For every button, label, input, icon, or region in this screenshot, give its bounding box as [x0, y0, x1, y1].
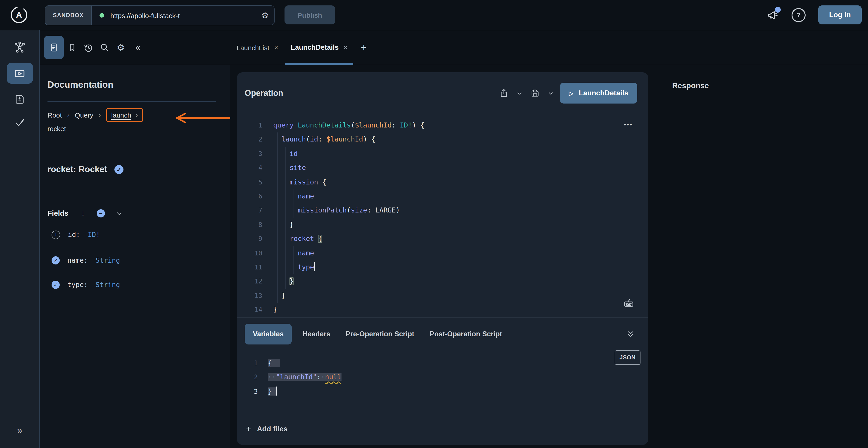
field-row-type[interactable]: ✓ type: String [52, 279, 120, 291]
search-icon[interactable] [96, 36, 113, 59]
breadcrumb-query[interactable]: Query [75, 111, 93, 119]
operation-code-lines: 1query LaunchDetails($launchId: ID!) {2 … [237, 119, 648, 317]
status-dot-icon [99, 13, 104, 18]
field-name: id: [68, 230, 80, 239]
checks-icon[interactable] [13, 116, 26, 128]
field-type[interactable]: String [95, 256, 120, 264]
response-panel-title: Response [672, 82, 709, 90]
new-tab-button[interactable]: + [361, 41, 367, 53]
fields-header-row: Fields ↓ − [48, 207, 122, 219]
plus-icon: + [246, 424, 251, 434]
publish-button[interactable]: Publish [284, 5, 335, 24]
field-row-name[interactable]: ✓ name: String [52, 255, 120, 266]
collapse-panel-icon[interactable]: « [135, 42, 141, 53]
field-row-id[interactable]: + id: ID! [52, 229, 100, 241]
operation-code-editor[interactable]: 1query LaunchDetails($launchId: ID!) {2 … [237, 114, 648, 317]
tab-post-operation-script[interactable]: Post-Operation Script [430, 330, 502, 338]
run-operation-button[interactable]: ▷ LaunchDetails [560, 83, 637, 103]
code-line: 10 name [237, 246, 648, 260]
tab-variables[interactable]: Variables [245, 324, 292, 345]
add-field-icon[interactable]: + [52, 230, 60, 239]
close-tab-icon[interactable]: × [274, 44, 278, 51]
documentation-tab-button[interactable] [44, 36, 64, 59]
line-number: 7 [244, 204, 262, 218]
svg-text:A: A [16, 10, 22, 20]
share-icon[interactable] [499, 88, 508, 98]
sandbox-label: SANDBOX [53, 12, 84, 19]
expand-rail-icon[interactable]: » [17, 425, 22, 436]
annotation-highlight-box: launch › [106, 108, 143, 122]
line-number: 3 [244, 147, 262, 161]
close-tab-icon[interactable]: × [344, 44, 347, 51]
added-check-icon[interactable]: ✓ [115, 165, 123, 174]
operation-card: Operation [237, 72, 648, 445]
indent-guide [293, 246, 294, 275]
graph-schema-icon[interactable] [13, 41, 26, 53]
line-number: 2 [244, 133, 262, 147]
indent-guide [277, 133, 278, 303]
code-line: 12 } [237, 275, 648, 289]
keyboard-shortcuts-icon[interactable] [623, 297, 634, 309]
line-number: 13 [244, 289, 262, 303]
editor-region: Operation [230, 65, 868, 448]
field-name: type: [67, 281, 88, 289]
left-rail: » [0, 30, 40, 448]
tab-headers[interactable]: Headers [303, 330, 330, 338]
indent-guide [285, 147, 286, 289]
fields-label: Fields [48, 209, 68, 218]
endpoint-settings-gear-icon[interactable]: ⚙ [261, 11, 269, 20]
breadcrumb-root[interactable]: Root [48, 111, 62, 119]
log-in-button[interactable]: Log in [818, 5, 862, 24]
save-icon[interactable] [530, 88, 540, 98]
header-strip: ⚙ « LaunchList × LaunchDetails × + [40, 30, 868, 65]
changelog-diff-icon[interactable] [14, 94, 25, 105]
operation-header: Operation [237, 72, 648, 114]
collapse-section-double-chevron-icon[interactable] [626, 330, 634, 338]
history-icon[interactable] [80, 36, 96, 59]
line-number: 10 [244, 246, 262, 260]
indent-guide [293, 189, 294, 218]
tab-launchlist[interactable]: LaunchList × [230, 30, 284, 65]
field-added-check-icon[interactable]: ✓ [52, 281, 60, 289]
documentation-panel: Documentation Root › Query › launch › [40, 65, 230, 448]
operation-title: Operation [245, 88, 283, 98]
code-line: 3 id [237, 147, 648, 161]
line-number: 1 [244, 356, 258, 371]
apollo-logo-icon[interactable]: A [10, 6, 28, 24]
explorer-nav-button[interactable] [6, 63, 33, 84]
line-number: 11 [244, 260, 262, 275]
divider [48, 101, 216, 102]
code-line: 14} [237, 303, 648, 317]
settings-gear-icon[interactable]: ⚙ [113, 36, 129, 59]
line-number: 14 [244, 303, 262, 317]
endpoint-url-input[interactable]: https://apollo-fullstack-t [111, 11, 261, 19]
code-line: 2 launch(id: $launchId) { [237, 133, 648, 147]
code-line: 1query LaunchDetails($launchId: ID!) { [237, 119, 648, 133]
breadcrumb-launch[interactable]: launch [111, 111, 131, 119]
operation-tabs: LaunchList × LaunchDetails × + [230, 30, 367, 65]
tab-pre-operation-script[interactable]: Pre-Operation Script [346, 330, 414, 338]
more-options-ellipsis-icon[interactable]: ••• [624, 121, 633, 128]
announcements-megaphone-icon[interactable] [767, 9, 779, 21]
share-dropdown-chevron-icon[interactable] [516, 90, 522, 96]
add-files-button[interactable]: + Add files [237, 413, 648, 445]
bookmarks-icon[interactable] [64, 36, 80, 59]
field-type[interactable]: String [95, 281, 120, 289]
field-added-check-icon[interactable]: ✓ [52, 256, 60, 264]
sort-arrow-icon[interactable]: ↓ [81, 209, 85, 218]
apollo-sandbox-app: A SANDBOX https://apollo-fullstack-t ⚙ P… [0, 0, 868, 448]
remove-all-fields-icon[interactable]: − [97, 209, 105, 218]
breadcrumb-rocket[interactable]: rocket [48, 125, 66, 132]
chevron-right-icon: › [67, 111, 69, 119]
chevron-down-icon[interactable] [116, 210, 122, 217]
save-dropdown-chevron-icon[interactable] [548, 90, 553, 96]
code-line: 2··"launchId":·null [237, 371, 648, 385]
tab-launchdetails[interactable]: LaunchDetails × [284, 30, 354, 65]
field-type[interactable]: ID! [88, 230, 100, 239]
json-mode-badge[interactable]: JSON [615, 350, 641, 365]
help-icon[interactable]: ? [792, 8, 806, 22]
variables-editor[interactable]: 1{ 2··"launchId":·null3} JSON [237, 350, 648, 413]
documentation-title: Documentation [48, 79, 113, 90]
code-line: 5 mission { [237, 175, 648, 189]
line-number: 2 [244, 371, 258, 385]
